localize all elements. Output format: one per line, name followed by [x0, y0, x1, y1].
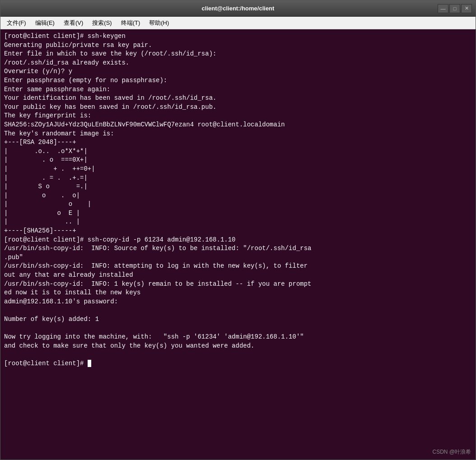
menu-file[interactable]: 文件(F)	[2, 17, 31, 29]
menubar: 文件(F) 编辑(E) 查看(V) 搜索(S) 终端(T) 帮助(H)	[0, 17, 476, 29]
menu-terminal[interactable]: 终端(T)	[117, 17, 145, 29]
menu-search[interactable]: 搜索(S)	[88, 17, 116, 29]
titlebar-buttons: — □ ✕	[438, 4, 472, 13]
menu-view[interactable]: 查看(V)	[59, 17, 88, 29]
titlebar: client@client:/home/client — □ ✕	[0, 0, 476, 17]
minimize-button[interactable]: —	[438, 4, 448, 13]
watermark: CSDN @叶浪希	[432, 448, 471, 456]
menu-edit[interactable]: 编辑(E)	[31, 17, 59, 29]
maximize-button[interactable]: □	[449, 4, 460, 13]
terminal-output[interactable]: [root@client client]# ssh-keygen Generat…	[0, 29, 476, 371]
close-button[interactable]: ✕	[461, 4, 472, 13]
terminal-window: client@client:/home/client — □ ✕ 文件(F) 编…	[0, 0, 476, 460]
window-title: client@client:/home/client	[202, 5, 275, 12]
terminal-cursor	[88, 360, 91, 367]
menu-help[interactable]: 帮助(H)	[145, 17, 173, 29]
terminal-wrapper: [root@client client]# ssh-keygen Generat…	[0, 29, 476, 460]
